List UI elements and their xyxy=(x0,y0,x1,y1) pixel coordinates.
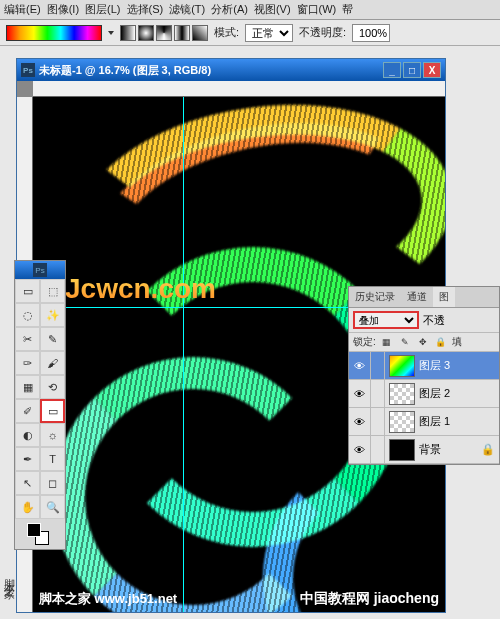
opacity-input[interactable] xyxy=(352,24,390,42)
layers-panel: 历史记录 通道 图 叠加 不透 锁定: ▦ ✎ ✥ 🔒 填 👁图层 3👁图层 2… xyxy=(348,286,500,465)
layer-row[interactable]: 👁背景🔒 xyxy=(349,436,499,464)
menu-view[interactable]: 视图(V) xyxy=(254,2,291,17)
blend-mode-select[interactable]: 叠加 xyxy=(353,311,419,329)
tool-pen[interactable]: ✒ xyxy=(15,447,40,471)
gradient-diamond-icon[interactable] xyxy=(192,25,208,41)
tool-lasso[interactable]: ◌ xyxy=(15,303,40,327)
layer-opacity-label: 不透 xyxy=(423,313,445,328)
menu-select[interactable]: 选择(S) xyxy=(127,2,164,17)
tool-gradient[interactable]: ▭ xyxy=(40,399,65,423)
visibility-toggle[interactable]: 👁 xyxy=(349,408,371,435)
menu-filter[interactable]: 滤镜(T) xyxy=(169,2,205,17)
lock-label: 锁定: xyxy=(353,335,376,349)
tool-marquee[interactable]: ⬚ xyxy=(40,279,65,303)
watermark-right: 中国教程网 jiaocheng xyxy=(300,590,439,608)
tool-eraser[interactable]: ✐ xyxy=(15,399,40,423)
lock-all-icon[interactable]: 🔒 xyxy=(434,335,448,349)
tool-type[interactable]: T xyxy=(40,447,65,471)
menu-edit[interactable]: 编辑(E) xyxy=(4,2,41,17)
lock-transparent-icon[interactable]: ▦ xyxy=(380,335,394,349)
ruler-horizontal[interactable] xyxy=(33,81,445,97)
menu-image[interactable]: 图像(I) xyxy=(47,2,79,17)
gradient-angle-icon[interactable] xyxy=(156,25,172,41)
minimize-button[interactable]: _ xyxy=(383,62,401,78)
layer-name[interactable]: 图层 3 xyxy=(419,358,450,373)
toolbox-header[interactable]: Ps xyxy=(15,261,65,279)
options-bar: 模式: 正常 不透明度: xyxy=(0,20,500,46)
watermark-jcwcn: Jcwcn.com xyxy=(65,273,216,305)
document-titlebar[interactable]: Ps 未标题-1 @ 16.7% (图层 3, RGB/8) _ □ X xyxy=(17,59,445,81)
lock-position-icon[interactable]: ✥ xyxy=(416,335,430,349)
tool-move[interactable]: ▭ xyxy=(15,279,40,303)
tool-wand[interactable]: ✨ xyxy=(40,303,65,327)
link-cell[interactable] xyxy=(371,352,385,379)
maximize-button[interactable]: □ xyxy=(403,62,421,78)
tab-channels[interactable]: 通道 xyxy=(401,287,433,307)
tool-zoom[interactable]: 🔍 xyxy=(40,495,65,519)
tab-layers[interactable]: 图 xyxy=(433,287,455,307)
layer-name[interactable]: 背景 xyxy=(419,442,441,457)
document-title: 未标题-1 @ 16.7% (图层 3, RGB/8) xyxy=(39,63,211,78)
link-cell[interactable] xyxy=(371,408,385,435)
ps-icon: Ps xyxy=(21,63,35,77)
lock-icon: 🔒 xyxy=(481,443,495,456)
ps-logo-icon: Ps xyxy=(33,263,47,277)
layer-thumbnail[interactable] xyxy=(389,439,415,461)
tool-shape[interactable]: ◻ xyxy=(40,471,65,495)
tool-heal[interactable]: ✑ xyxy=(15,351,40,375)
page-watermark-vertical: 脚 本 之 家 xyxy=(2,570,17,579)
tool-dodge[interactable]: ☼ xyxy=(40,423,65,447)
tool-blur[interactable]: ◐ xyxy=(15,423,40,447)
foreground-color[interactable] xyxy=(27,523,41,537)
watermark-jb51: 脚本之家 www.jb51.net xyxy=(39,590,177,608)
tool-path[interactable]: ↖ xyxy=(15,471,40,495)
close-button[interactable]: X xyxy=(423,62,441,78)
tab-history[interactable]: 历史记录 xyxy=(349,287,401,307)
layer-name[interactable]: 图层 2 xyxy=(419,386,450,401)
menu-layer[interactable]: 图层(L) xyxy=(85,2,120,17)
visibility-toggle[interactable]: 👁 xyxy=(349,380,371,407)
mode-label: 模式: xyxy=(214,25,239,40)
gradient-picker-arrow-icon[interactable] xyxy=(108,31,114,35)
opacity-label: 不透明度: xyxy=(299,25,346,40)
gradient-linear-icon[interactable] xyxy=(120,25,136,41)
tool-stamp[interactable]: ▦ xyxy=(15,375,40,399)
menu-window[interactable]: 窗口(W) xyxy=(297,2,337,17)
menu-analysis[interactable]: 分析(A) xyxy=(211,2,248,17)
layer-row[interactable]: 👁图层 3 xyxy=(349,352,499,380)
menu-bar: 编辑(E) 图像(I) 图层(L) 选择(S) 滤镜(T) 分析(A) 视图(V… xyxy=(0,0,500,20)
menu-help[interactable]: 帮 xyxy=(342,2,353,17)
layer-thumbnail[interactable] xyxy=(389,355,415,377)
tool-hand[interactable]: ✋ xyxy=(15,495,40,519)
mode-select[interactable]: 正常 xyxy=(245,24,293,42)
gradient-swatch[interactable] xyxy=(6,25,102,41)
gradient-radial-icon[interactable] xyxy=(138,25,154,41)
guide-vertical[interactable] xyxy=(183,97,184,612)
layer-row[interactable]: 👁图层 2 xyxy=(349,380,499,408)
gradient-reflected-icon[interactable] xyxy=(174,25,190,41)
layer-thumbnail[interactable] xyxy=(389,411,415,433)
layer-thumbnail[interactable] xyxy=(389,383,415,405)
toolbox[interactable]: Ps ▭⬚◌✨✂✎✑🖌▦⟲✐▭◐☼✒T↖◻✋🔍 xyxy=(14,260,66,550)
fill-label: 填 xyxy=(452,335,462,349)
lock-pixels-icon[interactable]: ✎ xyxy=(398,335,412,349)
tool-history[interactable]: ⟲ xyxy=(40,375,65,399)
color-swatches[interactable] xyxy=(15,519,65,549)
tool-brush[interactable]: 🖌 xyxy=(40,351,65,375)
visibility-toggle[interactable]: 👁 xyxy=(349,436,371,463)
layer-name[interactable]: 图层 1 xyxy=(419,414,450,429)
link-cell[interactable] xyxy=(371,380,385,407)
gradient-type-buttons xyxy=(120,25,208,41)
tool-slice[interactable]: ✎ xyxy=(40,327,65,351)
layer-row[interactable]: 👁图层 1 xyxy=(349,408,499,436)
link-cell[interactable] xyxy=(371,436,385,463)
tool-crop[interactable]: ✂ xyxy=(15,327,40,351)
visibility-toggle[interactable]: 👁 xyxy=(349,352,371,379)
